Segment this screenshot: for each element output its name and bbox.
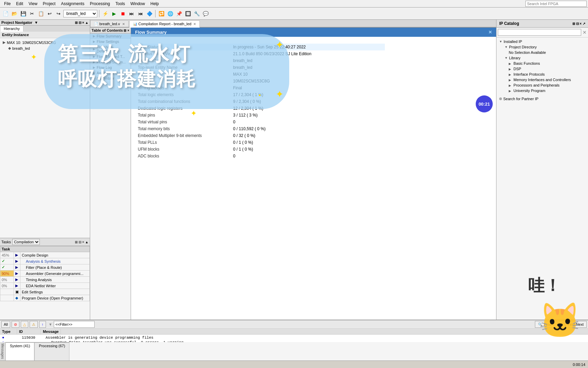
error-filter-btn[interactable]: ⊘ — [12, 321, 19, 328]
toc-item-flow-settings[interactable]: ▶ Flow Settings — [90, 39, 131, 44]
stop-button[interactable]: ⏹ — [119, 10, 127, 18]
toc-item-flow-log[interactable]: ▶ Flow Log — [90, 65, 131, 70]
pin-button[interactable]: 📌 — [175, 10, 183, 18]
system-tab[interactable]: System (41) — [5, 342, 34, 361]
all-filter-btn[interactable]: All — [1, 321, 10, 328]
report-close[interactable]: ✕ — [488, 30, 492, 35]
toc-item-flow-nondefault[interactable]: ▶ Flow Non-Default... — [90, 44, 131, 54]
task-play5[interactable]: ▶ — [14, 277, 20, 283]
table-row[interactable]: 0% ▶ EDA Netlist Writer — [0, 283, 90, 289]
logic-value: 17 / 2,304 ( 1 %) — [230, 91, 385, 98]
task-label-edit[interactable]: Edit Settings — [20, 289, 90, 295]
menu-project[interactable]: Project — [40, 1, 58, 7]
menu-help[interactable]: Help — [148, 1, 162, 7]
ip-item-installed[interactable]: ▼ Installed IP — [498, 39, 587, 44]
menu-edit[interactable]: Edit — [13, 1, 26, 7]
task-label[interactable]: Compile Design — [20, 252, 90, 258]
toc-controls[interactable]: ⊞ × — [124, 29, 129, 32]
toc-item-analysis[interactable]: ▶ Analysis & Syn... — [90, 70, 131, 76]
menu-tools[interactable]: Tools — [113, 1, 128, 7]
step-button[interactable]: ⏭ — [128, 10, 136, 18]
task-label-assembler[interactable]: Assembler (Generate programmi... — [20, 271, 90, 277]
task-label-eda[interactable]: EDA Netlist Writer — [20, 283, 90, 289]
tool-button[interactable]: 🔧 — [193, 10, 201, 18]
ip-search-input[interactable] — [498, 29, 581, 36]
table-row[interactable]: 90% ▶ Assembler (Generate programmi... — [0, 271, 90, 277]
find-next-button[interactable]: 🔍 Find Next — [559, 321, 587, 328]
processing-tab[interactable]: Processing (67) — [34, 342, 69, 361]
toc-item-flow-os[interactable]: ▶ Flow OS Summ... — [90, 59, 131, 65]
messages-content[interactable]: ● 115030 Assembler is generating device … — [0, 335, 588, 342]
table-row[interactable]: ✓ ▶ Analysis & Synthesis — [0, 258, 90, 264]
table-row: Embedded Multiplier 9-bit elements 0 / 3… — [135, 132, 385, 139]
task-play3[interactable]: ▶ — [14, 264, 20, 271]
ip-item-processors[interactable]: ▶ Processors and Peripherals — [498, 82, 587, 88]
redo-button[interactable]: ↪ — [54, 10, 63, 18]
task-play6[interactable]: ▶ — [14, 283, 20, 289]
menu-processing[interactable]: Processing — [87, 1, 113, 7]
ip-item-interface[interactable]: ▶ Interface Protocols — [498, 72, 587, 77]
nav-item-project[interactable]: ◆ breath_led — [1, 45, 88, 51]
task-play4[interactable]: ▶ — [14, 271, 20, 277]
tab-breadled[interactable]: 📄 breath_led.v ✕ — [90, 20, 129, 27]
message-filter-input[interactable] — [54, 321, 95, 328]
ip-item-project-dir[interactable]: ▼ Project Directory — [498, 44, 587, 50]
table-row[interactable]: ▣ Edit Settings — [0, 289, 90, 295]
menu-assignments[interactable]: Assignments — [58, 1, 87, 7]
table-row[interactable]: 45% ▶ Compile Design — [0, 252, 90, 258]
table-row[interactable]: ✓ ▶ Fitter (Place & Route) — [0, 264, 90, 271]
search-input[interactable] — [525, 1, 587, 7]
menu-view[interactable]: View — [26, 1, 40, 7]
menu-file[interactable]: File — [1, 1, 13, 7]
report-content: Flow Status In progress - Sun Sep 25 22:… — [131, 37, 496, 320]
new-button[interactable]: 📄 — [1, 10, 10, 18]
task-play2[interactable]: ▶ — [14, 258, 20, 264]
toc-item-flow-elapsed[interactable]: ▶ Flow Elapsed T... — [90, 54, 131, 59]
info-filter-btn[interactable]: ↑ — [39, 321, 46, 328]
ip-item-library[interactable]: ▼ Library — [498, 55, 587, 61]
compile-button[interactable]: ⚡ — [101, 10, 109, 18]
warning-filter-btn[interactable]: △ — [21, 321, 28, 328]
tab-compilation-report[interactable]: 📊 Compilation Report - breath_led ✕ — [129, 20, 200, 28]
task-label-timing[interactable]: Timing Analysis — [20, 277, 90, 283]
task-label-program[interactable]: Program Device (Open Programmer) — [20, 295, 90, 301]
task-label-fitter[interactable]: Fitter (Place & Route) — [20, 264, 90, 271]
run-button[interactable]: ▶ — [110, 10, 118, 18]
undo-button[interactable]: ↩ — [46, 10, 54, 18]
ip-header-controls[interactable]: ⊞ ⊟ × ↗ — [572, 22, 585, 26]
list-item[interactable]: ● 115030 Assembler is generating device … — [1, 335, 587, 340]
tab-close-report[interactable]: ✕ — [193, 22, 196, 26]
toc-item-assembler[interactable]: ▷ Assembler — [90, 76, 131, 81]
messages-side-label[interactable]: Messages — [0, 342, 5, 361]
menu-window[interactable]: Window — [128, 1, 148, 7]
tab-close-breadled[interactable]: ✕ — [122, 22, 125, 26]
ip-item-memory[interactable]: ▶ Memory Interfaces and Controllers — [498, 77, 587, 82]
tasks-dropdown[interactable]: Compilation — [12, 239, 40, 245]
chat-button[interactable]: 💬 — [201, 10, 210, 18]
nav-item-device[interactable]: ▶ MAX 10: 10M02SCM153C8G — [1, 40, 88, 45]
table-row[interactable]: ◆ Program Device (Open Programmer) — [0, 295, 90, 301]
ip-item-dsp[interactable]: ▶ DSP — [498, 66, 587, 72]
critical-filter-btn[interactable]: ⚠ — [30, 321, 38, 328]
ip-item-university[interactable]: ▶ University Program — [498, 88, 587, 93]
task-label-analysis[interactable]: Analysis & Synthesis — [20, 258, 90, 264]
toc-item-flow-summary[interactable]: ▶ Flow Summary — [90, 33, 131, 39]
hierarchy-button[interactable]: 🌐 — [166, 10, 174, 18]
save-button[interactable]: 💾 — [19, 10, 27, 18]
find-button[interactable]: 🔍 Find... — [535, 321, 557, 328]
task-play[interactable]: ▶ — [14, 252, 20, 258]
hierarchy-tab[interactable]: Hierarchy — [0, 26, 23, 32]
chip-button[interactable]: 🔲 — [184, 10, 192, 18]
copy-button[interactable]: 📋 — [37, 10, 45, 18]
project-select[interactable]: breath_led — [63, 10, 97, 17]
ip-search-clear[interactable]: ✕ — [583, 30, 587, 35]
back-button[interactable]: ⏮ — [136, 10, 145, 18]
flow-button[interactable]: 🔁 — [157, 10, 165, 18]
table-row[interactable]: 0% ▶ Timing Analysis — [0, 277, 90, 283]
netlist-button[interactable]: 🔷 — [145, 10, 153, 18]
cut-button[interactable]: ✂ — [28, 10, 36, 18]
ip-item-partner[interactable]: Search for Partner IP — [498, 96, 587, 102]
open-button[interactable]: 📂 — [10, 10, 18, 18]
ip-item-basic[interactable]: ▶ Basic Functions — [498, 61, 587, 66]
embedded-label: Embedded Multiplier 9-bit elements — [135, 132, 230, 139]
